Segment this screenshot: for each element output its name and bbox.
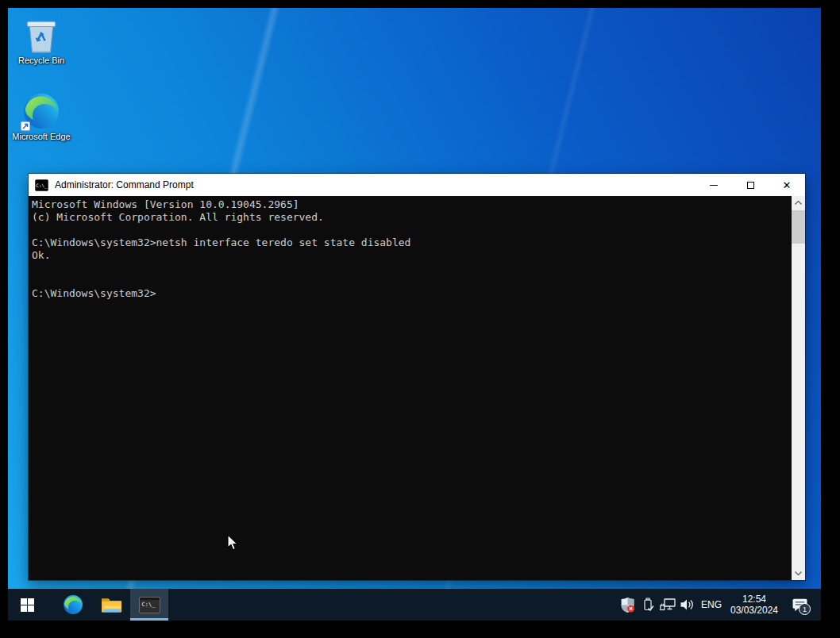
desktop[interactable]: Recycle Bin Microsoft Edge [8, 8, 821, 621]
window-title: Administrator: Command Prompt [55, 179, 194, 190]
recycle-bin-icon [23, 16, 60, 54]
command-prompt-icon: C:\_ [139, 597, 160, 613]
console-area[interactable]: Microsoft Windows [Version 10.0.19045.29… [29, 196, 805, 580]
taskbar-button-microsoft-edge[interactable] [54, 589, 92, 621]
minimize-icon [710, 185, 718, 186]
shortcut-arrow-icon [21, 121, 30, 131]
file-explorer-icon [101, 596, 122, 613]
tray-time: 12:54 [726, 594, 783, 605]
desktop-icon-label: Recycle Bin [10, 56, 73, 65]
language-indicator[interactable]: ENG [697, 599, 726, 610]
taskbar-button-command-prompt[interactable]: C:\_ [130, 589, 168, 621]
minimize-button[interactable] [696, 174, 732, 196]
system-tray: ENG 12:54 03/03/2024 1 [618, 589, 821, 621]
console-output[interactable]: Microsoft Windows [Version 10.0.19045.29… [29, 196, 792, 580]
scroll-up-button[interactable] [792, 196, 805, 209]
maximize-icon [747, 182, 754, 189]
tray-windows-security-icon[interactable] [618, 589, 638, 621]
desktop-icon-recycle-bin[interactable]: Recycle Bin [10, 16, 73, 65]
screen: { "desktop": { "icons": [ { "id": "recyc… [0, 0, 840, 638]
windows-logo-icon [21, 598, 34, 612]
tray-network-icon[interactable] [657, 589, 677, 621]
tray-safely-remove-hardware-icon[interactable] [638, 589, 657, 621]
scrollbar[interactable] [792, 196, 805, 580]
chevron-down-icon [795, 571, 802, 575]
notification-badge: 1 [799, 603, 811, 615]
action-center-button[interactable]: 1 [783, 589, 816, 621]
command-prompt-window: C:\_ Administrator: Command Prompt ✕ Mic… [29, 174, 805, 580]
start-button[interactable] [8, 589, 46, 621]
tray-volume-icon[interactable] [677, 589, 697, 621]
window-titlebar[interactable]: C:\_ Administrator: Command Prompt ✕ [29, 174, 805, 196]
taskbar: C:\_ [8, 589, 821, 621]
clock[interactable]: 12:54 03/03/2024 [726, 594, 783, 616]
maximize-button[interactable] [732, 174, 769, 196]
taskbar-button-file-explorer[interactable] [92, 589, 130, 621]
scrollbar-thumb[interactable] [792, 210, 805, 244]
cmd-window-icon: C:\_ [35, 179, 48, 191]
desktop-icon-microsoft-edge[interactable]: Microsoft Edge [10, 92, 73, 141]
close-icon: ✕ [783, 180, 792, 190]
desktop-icon-label: Microsoft Edge [10, 132, 73, 141]
chevron-up-icon [795, 201, 802, 205]
scroll-down-button[interactable] [792, 567, 805, 580]
edge-icon [63, 594, 83, 615]
tray-date: 03/03/2024 [726, 605, 783, 616]
close-button[interactable]: ✕ [769, 174, 805, 196]
